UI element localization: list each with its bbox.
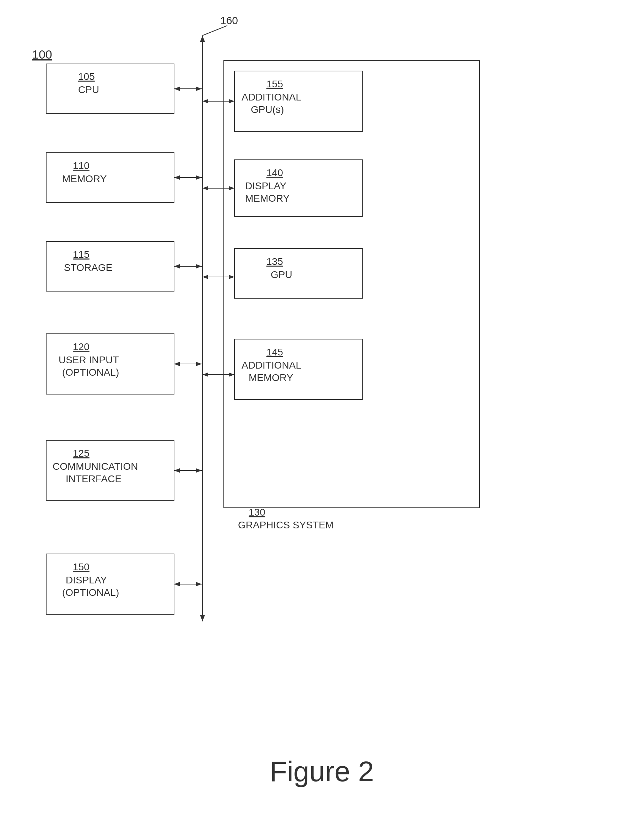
svg-rect-25: [224, 60, 480, 508]
svg-marker-66: [202, 373, 208, 377]
svg-text:125: 125: [73, 448, 89, 459]
svg-text:STORAGE: STORAGE: [64, 262, 112, 273]
svg-text:MEMORY: MEMORY: [249, 372, 294, 383]
svg-text:110: 110: [73, 160, 89, 171]
svg-rect-32: [234, 160, 362, 217]
svg-text:135: 135: [266, 256, 283, 267]
svg-text:130: 130: [249, 507, 265, 518]
svg-marker-59: [229, 275, 234, 279]
figure-label: Figure 2: [270, 756, 374, 787]
svg-rect-36: [234, 248, 362, 298]
svg-marker-45: [196, 87, 202, 91]
svg-rect-39: [234, 339, 362, 399]
svg-marker-48: [202, 99, 208, 103]
label-100: 100: [32, 48, 52, 61]
svg-marker-47: [229, 99, 234, 103]
svg-marker-71: [174, 582, 180, 586]
svg-marker-60: [202, 275, 208, 279]
svg-text:145: 145: [266, 346, 283, 357]
svg-rect-28: [234, 71, 362, 131]
svg-marker-50: [174, 175, 180, 179]
svg-text:DISPLAY: DISPLAY: [66, 574, 107, 585]
svg-text:150: 150: [73, 562, 89, 573]
svg-text:140: 140: [266, 167, 283, 178]
label-160: 160: [220, 14, 238, 26]
svg-text:120: 120: [73, 341, 89, 352]
svg-text:MEMORY: MEMORY: [245, 193, 290, 204]
svg-line-0: [202, 26, 227, 36]
svg-rect-4: [46, 64, 174, 114]
svg-marker-54: [202, 186, 208, 190]
svg-text:INTERFACE: INTERFACE: [66, 473, 122, 484]
svg-marker-3: [200, 615, 205, 621]
svg-text:GRAPHICS SYSTEM: GRAPHICS SYSTEM: [238, 520, 333, 531]
svg-marker-44: [174, 87, 180, 91]
svg-text:USER INPUT: USER INPUT: [59, 354, 119, 365]
svg-text:GPU(s): GPU(s): [251, 104, 284, 115]
svg-text:MEMORY: MEMORY: [62, 173, 107, 184]
svg-rect-21: [46, 554, 174, 614]
svg-marker-72: [196, 582, 202, 586]
svg-marker-68: [174, 468, 180, 473]
svg-text:DISPLAY: DISPLAY: [245, 180, 287, 191]
svg-marker-53: [229, 186, 234, 190]
svg-text:155: 155: [266, 78, 283, 89]
svg-rect-7: [46, 153, 174, 203]
svg-text:COMMUNICATION: COMMUNICATION: [53, 461, 138, 472]
svg-marker-56: [174, 264, 180, 268]
svg-text:115: 115: [73, 249, 89, 260]
svg-marker-62: [174, 362, 180, 366]
svg-marker-69: [196, 468, 202, 473]
svg-text:CPU: CPU: [78, 84, 99, 95]
svg-marker-65: [229, 373, 234, 377]
svg-text:ADDITIONAL: ADDITIONAL: [242, 92, 301, 103]
svg-marker-63: [196, 362, 202, 366]
svg-marker-57: [196, 264, 202, 268]
svg-text:GPU: GPU: [271, 269, 292, 280]
svg-text:(OPTIONAL): (OPTIONAL): [62, 367, 119, 378]
svg-text:(OPTIONAL): (OPTIONAL): [62, 587, 119, 598]
svg-rect-17: [46, 440, 174, 501]
svg-text:105: 105: [78, 71, 95, 82]
svg-marker-2: [200, 36, 205, 42]
svg-text:ADDITIONAL: ADDITIONAL: [242, 360, 301, 371]
svg-rect-13: [46, 334, 174, 394]
svg-marker-51: [196, 175, 202, 179]
svg-rect-10: [46, 242, 174, 291]
